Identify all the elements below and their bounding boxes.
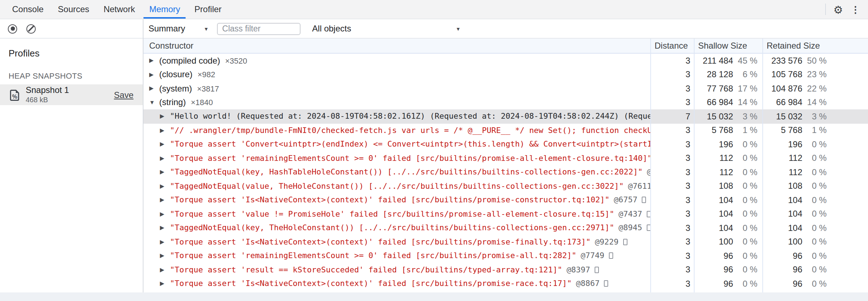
retained-size-cell-percent: 22 %	[805, 84, 827, 94]
save-snapshot-link[interactable]: Save	[114, 90, 133, 100]
expand-triangle-icon[interactable]: ▶	[160, 155, 170, 162]
svg-text:%: %	[12, 93, 17, 99]
table-row[interactable]: ▶"TaggedNotEqual(value, TheHoleConstant(…	[143, 179, 868, 193]
table-row[interactable]: ▶"Torque assert 'remainingElementsCount …	[143, 249, 868, 263]
column-header-distance[interactable]: Distance	[650, 41, 694, 51]
retained-size-cell: 233 57650 %	[762, 56, 868, 66]
table-row[interactable]: ▶"// .wrangler/tmp/bundle-FmNIt0/checked…	[143, 123, 868, 137]
column-header-constructor[interactable]: Constructor	[143, 41, 650, 51]
object-id: @8867	[576, 279, 600, 288]
string-value: "TaggedNotEqual(key, HashTableHoleConsta…	[170, 168, 643, 177]
distance-cell-value: 3	[686, 181, 690, 191]
distance-cell: 3	[650, 237, 694, 247]
retained-size-cell-value: 5 768	[781, 125, 802, 135]
string-value: "TaggedNotEqual(value, TheHoleConstant()…	[170, 182, 624, 191]
table-row[interactable]: ▶"Torque assert 'Is<NativeContext>(conte…	[143, 235, 868, 249]
expand-triangle-icon[interactable]: ▶	[160, 253, 170, 259]
snapshot-view-toolbar: Summary ▼ All objects ▼	[143, 23, 868, 35]
retained-size-cell: 1960 %	[762, 139, 868, 149]
expand-triangle-icon[interactable]: ▶	[160, 281, 170, 287]
retained-size-cell-percent: 0 %	[805, 279, 827, 289]
tab-network[interactable]: Network	[96, 0, 142, 19]
expand-triangle-icon[interactable]: ▶	[160, 113, 170, 120]
constructor-cell: ▶"Torque assert 'value != PromiseHole' f…	[143, 209, 650, 219]
constructor-name: (string)	[159, 98, 186, 108]
shallow-size-cell: 5 7681 %	[694, 125, 762, 135]
string-value: "Torque assert 'Convert<uintptr>(endInde…	[170, 140, 650, 149]
distance-cell-value: 3	[686, 251, 690, 261]
shallow-size-cell-value: 104	[719, 209, 733, 219]
tab-memory[interactable]: Memory	[142, 0, 187, 19]
expand-triangle-icon[interactable]: ▶	[149, 71, 159, 78]
retained-size-cell-percent: 50 %	[805, 56, 827, 66]
expand-triangle-icon[interactable]: ▶	[160, 197, 170, 203]
table-row[interactable]: ▶"Torque assert 'value != PromiseHole' f…	[143, 207, 868, 221]
expand-triangle-icon[interactable]: ▶	[160, 225, 170, 231]
retained-size-cell: 1040 %	[762, 195, 868, 205]
table-row[interactable]: ▶"Torque assert 'result == kStoreSuccede…	[143, 263, 868, 277]
constructor-cell: ▶"Torque assert 'Convert<uintptr>(endInd…	[143, 140, 650, 149]
retained-size-cell: 1120 %	[762, 153, 868, 163]
table-row[interactable]: ▶(system)×3817377 76817 %104 87622 %	[143, 82, 868, 95]
object-id: @8945	[619, 223, 642, 233]
shallow-size-cell-value: 96	[723, 251, 733, 261]
retained-size-cell-value: 233 576	[771, 56, 802, 66]
expand-triangle-icon[interactable]: ▶	[160, 239, 170, 245]
tab-sources[interactable]: Sources	[51, 0, 96, 19]
table-row[interactable]: ▶"Torque assert 'Is<NativeContext>(conte…	[143, 277, 868, 291]
expand-triangle-icon[interactable]: ▶	[160, 267, 170, 273]
retained-size-cell-value: 96	[793, 279, 802, 289]
retained-size-cell-percent: 0 %	[805, 139, 827, 149]
retained-size-cell-percent: 0 %	[805, 237, 827, 247]
tab-console[interactable]: Console	[5, 0, 51, 19]
column-header-retained-size[interactable]: Retained Size	[762, 41, 868, 51]
table-row[interactable]: ▶(closure)×982328 1286 %105 76823 %	[143, 68, 868, 82]
distance-cell: 3	[650, 70, 694, 80]
distance-cell-value: 7	[686, 112, 690, 122]
table-row[interactable]: ▶"TaggedNotEqual(key, TheHoleConstant())…	[143, 221, 868, 235]
distance-cell-value: 3	[686, 195, 690, 205]
table-row[interactable]: ▶"TaggedNotEqual(key, HashTableHoleConst…	[143, 165, 868, 179]
expand-triangle-icon[interactable]: ▶	[160, 169, 170, 176]
distance-cell-value: 3	[686, 56, 690, 66]
perspective-select[interactable]: Summary ▼	[148, 24, 209, 34]
expand-triangle-icon[interactable]: ▶	[160, 183, 170, 189]
kebab-menu-icon[interactable]: ⋮	[851, 5, 860, 14]
shallow-size-cell-percent: 0 %	[736, 139, 757, 149]
table-row[interactable]: ▶(compiled code)×35203211 48445 %233 576…	[143, 54, 868, 68]
expand-triangle-icon[interactable]: ▶	[149, 58, 159, 64]
shallow-size-cell: 211 48445 %	[694, 56, 762, 66]
devtools-tabbar: ConsoleSourcesNetworkMemoryProfiler ⚙ ⋮	[0, 0, 868, 19]
clear-slash	[28, 25, 34, 32]
sidebar-item-snapshot-1[interactable]: % Snapshot 1 468 kB Save	[0, 84, 143, 105]
tab-profiler[interactable]: Profiler	[187, 0, 229, 19]
shallow-size-cell-percent: 0 %	[736, 209, 757, 219]
table-row[interactable]: ▶"Torque assert 'remainingElementsCount …	[143, 151, 868, 165]
table-row[interactable]: ▶"Torque assert 'Convert<uintptr>(endInd…	[143, 137, 868, 151]
constructor-cell: ▶"Torque assert 'result == kStoreSuccede…	[143, 265, 650, 275]
record-heap-snapshot-icon[interactable]	[8, 24, 17, 33]
table-row[interactable]: ▶"Hello world! (Requested at: 2024-08-19…	[143, 109, 868, 123]
clear-profiles-icon[interactable]	[26, 24, 36, 33]
instance-count: ×3817	[197, 84, 219, 93]
shallow-size-cell: 960 %	[694, 265, 762, 275]
shallow-size-cell-percent: 0 %	[736, 265, 757, 275]
heap-snapshots-section-label: HEAP SNAPSHOTS	[9, 71, 143, 80]
retained-size-cell-percent: 3 %	[805, 112, 827, 122]
class-filter-input[interactable]	[217, 23, 301, 35]
expand-triangle-icon[interactable]: ▶	[160, 141, 170, 148]
expand-triangle-icon[interactable]: ▶	[149, 85, 159, 92]
table-row[interactable]: ▶"Torque assert 'Is<NativeContext>(conte…	[143, 193, 868, 207]
object-id: @6757	[614, 196, 637, 205]
gear-icon[interactable]: ⚙	[833, 4, 843, 15]
object-scope-select[interactable]: All objects ▼	[312, 24, 461, 34]
table-row[interactable]: ▼(string)×1840366 98414 %66 98414 %	[143, 95, 868, 109]
tab-label: Profiler	[195, 4, 222, 14]
column-header-shallow-size[interactable]: Shallow Size	[694, 41, 762, 51]
shallow-size-cell: 28 1286 %	[694, 70, 762, 80]
retained-size-cell-value: 104	[788, 209, 802, 219]
expand-triangle-icon[interactable]: ▶	[160, 127, 170, 134]
collapse-triangle-icon[interactable]: ▼	[149, 99, 159, 106]
expand-triangle-icon[interactable]: ▶	[160, 211, 170, 217]
retained-size-cell-value: 96	[793, 265, 802, 275]
